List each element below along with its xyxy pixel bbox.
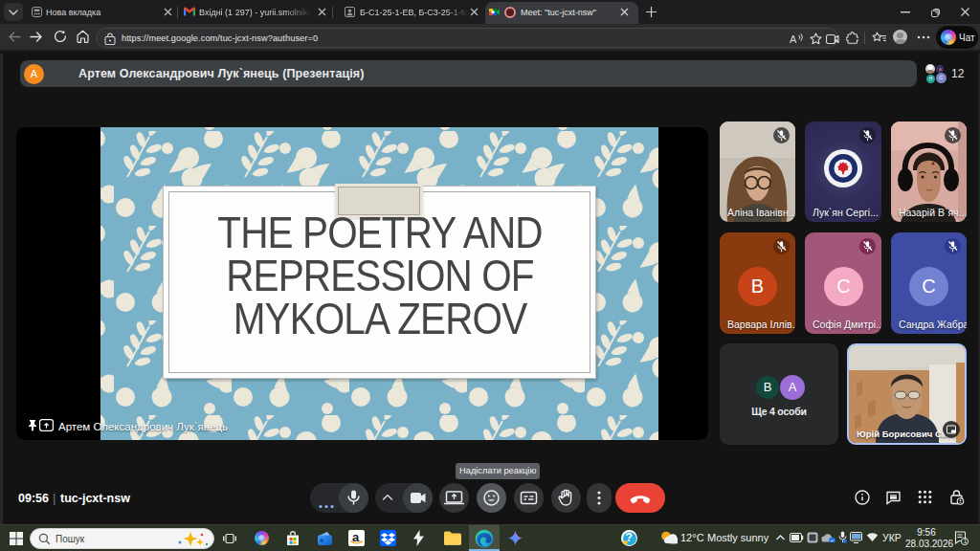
svg-text:A: A: [790, 33, 797, 45]
svg-text:1: 1: [964, 538, 968, 544]
